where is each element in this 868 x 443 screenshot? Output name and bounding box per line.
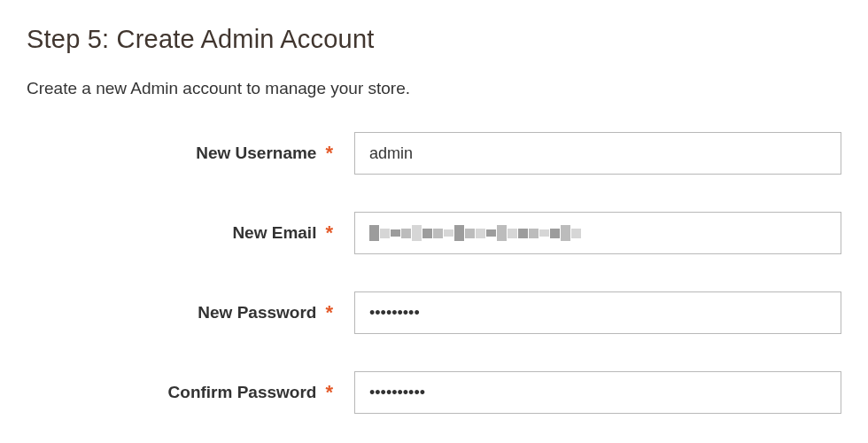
password-input[interactable] <box>354 291 841 334</box>
confirm-password-input[interactable] <box>354 371 841 414</box>
email-row: New Email * <box>27 212 841 254</box>
username-label-wrapper: New Username * <box>27 144 354 163</box>
required-asterisk-icon: * <box>325 223 333 243</box>
admin-account-form: New Username * New Email * <box>27 132 841 414</box>
required-asterisk-icon: * <box>325 303 333 323</box>
confirm-password-row: Confirm Password * <box>27 371 841 414</box>
password-label: New Password <box>198 303 316 323</box>
email-label: New Email <box>232 223 316 243</box>
required-asterisk-icon: * <box>325 383 333 402</box>
confirm-password-label-wrapper: Confirm Password * <box>27 383 354 402</box>
username-label: New Username <box>196 144 316 163</box>
page-description: Create a new Admin account to manage you… <box>27 79 841 98</box>
required-asterisk-icon: * <box>325 144 333 163</box>
username-input[interactable] <box>354 132 841 175</box>
username-row: New Username * <box>27 132 841 175</box>
password-row: New Password * <box>27 291 841 334</box>
confirm-password-label: Confirm Password <box>168 383 317 402</box>
page-title: Step 5: Create Admin Account <box>27 25 841 54</box>
password-label-wrapper: New Password * <box>27 303 354 323</box>
email-label-wrapper: New Email * <box>27 223 354 243</box>
email-input[interactable] <box>354 212 841 254</box>
obscured-email-value <box>369 225 581 241</box>
